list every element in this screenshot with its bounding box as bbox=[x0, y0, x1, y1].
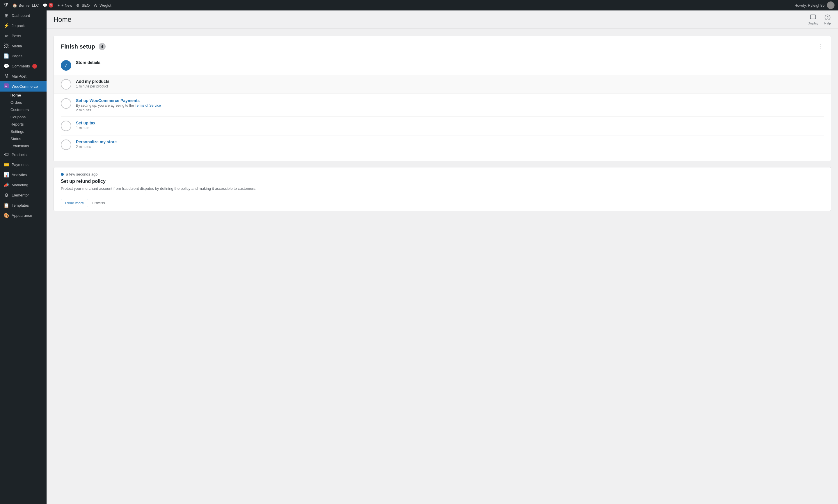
notification-header: a few seconds ago Set up refund policy P… bbox=[54, 167, 831, 195]
step-time-setup-tax: 1 minute bbox=[76, 126, 824, 130]
templates-icon: 📋 bbox=[3, 203, 9, 208]
sidebar-item-mailpoet[interactable]: M MailPoet bbox=[0, 71, 47, 81]
page-title: Home bbox=[53, 16, 71, 23]
weglot-icon: W bbox=[94, 3, 97, 7]
comments-badge: 3 bbox=[32, 64, 37, 69]
analytics-icon: 📊 bbox=[3, 172, 9, 178]
finish-setup-card: Finish setup 4 ⋮ ✓ Store details bbox=[53, 36, 831, 161]
sidebar-sub-status[interactable]: Status bbox=[0, 135, 47, 142]
step-subtitle-add-products: 1 minute per product bbox=[76, 84, 824, 88]
finish-setup-title: Finish setup 4 bbox=[61, 43, 106, 50]
svg-text:?: ? bbox=[827, 15, 829, 20]
step-icon-completed: ✓ bbox=[61, 60, 71, 71]
sidebar-sub-home[interactable]: Home bbox=[0, 92, 47, 99]
sidebar-item-templates[interactable]: 📋 Templates bbox=[0, 200, 47, 211]
comments-icon: 💬 bbox=[3, 64, 9, 69]
woocommerce-icon: W bbox=[3, 84, 9, 89]
step-title-woo-payments[interactable]: Set up WooCommerce Payments bbox=[76, 98, 824, 103]
sidebar-sub-orders[interactable]: Orders bbox=[0, 99, 47, 106]
wp-logo-icon: ⧩ bbox=[3, 2, 8, 9]
step-title-store-details: Store details bbox=[76, 60, 824, 65]
sidebar-item-analytics[interactable]: 📊 Analytics bbox=[0, 170, 47, 180]
header-icons: Display ? Help bbox=[808, 14, 831, 25]
step-subtitle-woo-payments: By setting up, you are agreeing to the T… bbox=[76, 104, 824, 108]
step-icon-active bbox=[61, 79, 71, 90]
sidebar-item-pages[interactable]: 📄 Pages bbox=[0, 51, 47, 61]
checkmark-icon: ✓ bbox=[64, 62, 68, 69]
site-name[interactable]: 🏠 Bernier LLC bbox=[13, 3, 39, 7]
avatar[interactable] bbox=[827, 1, 835, 9]
step-title-setup-tax[interactable]: Set up tax bbox=[76, 121, 824, 125]
content-area: Home Display ? Help bbox=[47, 11, 838, 504]
seo-icon: ⊖ bbox=[76, 3, 80, 7]
comment-badge: 3 bbox=[49, 3, 53, 7]
notification-card: a few seconds ago Set up refund policy P… bbox=[53, 167, 831, 211]
comment-icon: 💬 bbox=[43, 3, 48, 7]
appearance-icon: 🎨 bbox=[3, 213, 9, 218]
posts-icon: ✏ bbox=[3, 33, 9, 39]
notification-actions: Read more Dismiss bbox=[54, 195, 831, 211]
dismiss-button[interactable]: Dismiss bbox=[92, 201, 105, 205]
payments-icon: 💳 bbox=[3, 162, 9, 167]
step-icon-pending-tax bbox=[61, 121, 71, 131]
finish-setup-header: Finish setup 4 ⋮ bbox=[61, 43, 824, 50]
step-title-personalize[interactable]: Personalize my store bbox=[76, 140, 824, 144]
help-button[interactable]: ? Help bbox=[824, 14, 831, 25]
sidebar-item-woocommerce[interactable]: W WooCommerce bbox=[0, 81, 47, 92]
sidebar-sub-settings[interactable]: Settings bbox=[0, 128, 47, 135]
more-options-button[interactable]: ⋮ bbox=[818, 43, 824, 49]
comment-link[interactable]: 💬 3 bbox=[43, 3, 53, 7]
sidebar-item-marketing[interactable]: 📣 Marketing bbox=[0, 180, 47, 190]
mailpoet-icon: M bbox=[3, 74, 9, 79]
svg-rect-2 bbox=[810, 15, 816, 19]
site-icon: 🏠 bbox=[13, 3, 17, 7]
products-icon: 🏷 bbox=[3, 152, 9, 157]
sidebar-item-comments[interactable]: 💬 Comments 3 bbox=[0, 61, 47, 71]
svg-text:W: W bbox=[5, 85, 7, 88]
seo-link[interactable]: ⊖ SEO bbox=[76, 3, 90, 7]
sidebar-sub-reports[interactable]: Reports bbox=[0, 121, 47, 128]
read-more-button[interactable]: Read more bbox=[61, 199, 88, 207]
new-button[interactable]: + + New bbox=[57, 3, 72, 7]
weglot-link[interactable]: W Weglot bbox=[94, 3, 111, 7]
sidebar-sub-customers[interactable]: Customers bbox=[0, 106, 47, 113]
content-main: Finish setup 4 ⋮ ✓ Store details bbox=[47, 29, 838, 218]
step-count-badge: 4 bbox=[99, 43, 106, 50]
media-icon: 🖼 bbox=[3, 43, 9, 49]
sidebar-item-payments[interactable]: 💳 Payments bbox=[0, 160, 47, 170]
sidebar-item-products[interactable]: 🏷 Products bbox=[0, 150, 47, 160]
notification-title: Set up refund policy bbox=[61, 179, 824, 184]
dashboard-icon: ⊞ bbox=[3, 13, 9, 18]
sidebar-item-appearance[interactable]: 🎨 Appearance bbox=[0, 211, 47, 221]
jetpack-icon: ⚡ bbox=[3, 23, 9, 29]
sidebar-sub-extensions[interactable]: Extensions bbox=[0, 142, 47, 150]
notification-body: Protect your merchant account from fraud… bbox=[61, 186, 824, 192]
sidebar-sub-coupons[interactable]: Coupons bbox=[0, 113, 47, 121]
step-setup-tax[interactable]: Set up tax 1 minute bbox=[61, 116, 824, 135]
notification-dot bbox=[61, 173, 64, 176]
notification-time: a few seconds ago bbox=[66, 172, 98, 176]
howdy-text: Howdy, Ryleigh85 bbox=[794, 3, 825, 7]
step-personalize[interactable]: Personalize my store 2 minutes bbox=[61, 135, 824, 154]
step-icon-pending-personalize bbox=[61, 140, 71, 150]
sidebar-item-elementor[interactable]: ⚙ Elementor bbox=[0, 190, 47, 200]
step-title-add-products: Add my products bbox=[76, 79, 824, 84]
pages-icon: 📄 bbox=[3, 53, 9, 59]
step-time-woo-payments: 2 minutes bbox=[76, 108, 824, 112]
sidebar-item-jetpack[interactable]: ⚡ Jetpack bbox=[0, 21, 47, 31]
sidebar-item-dashboard[interactable]: ⊞ Dashboard bbox=[0, 11, 47, 21]
content-header: Home Display ? Help bbox=[47, 11, 838, 29]
sidebar: ⊞ Dashboard ⚡ Jetpack ✏ Posts 🖼 Media 📄 … bbox=[0, 11, 47, 504]
sidebar-item-media[interactable]: 🖼 Media bbox=[0, 41, 47, 51]
plus-icon: + bbox=[57, 3, 59, 7]
sidebar-item-posts[interactable]: ✏ Posts bbox=[0, 31, 47, 41]
marketing-icon: 📣 bbox=[3, 182, 9, 188]
step-store-details[interactable]: ✓ Store details bbox=[61, 56, 824, 75]
elementor-icon: ⚙ bbox=[3, 193, 9, 198]
display-button[interactable]: Display bbox=[808, 14, 818, 25]
top-bar: ⧩ 🏠 Bernier LLC 💬 3 + + New ⊖ SEO W Wegl… bbox=[0, 0, 838, 11]
step-woo-payments[interactable]: Set up WooCommerce Payments By setting u… bbox=[61, 94, 824, 116]
tos-link[interactable]: Terms of Service bbox=[135, 104, 161, 108]
step-add-products[interactable]: Add my products 1 minute per product bbox=[54, 75, 831, 94]
step-icon-pending-payments bbox=[61, 98, 71, 109]
